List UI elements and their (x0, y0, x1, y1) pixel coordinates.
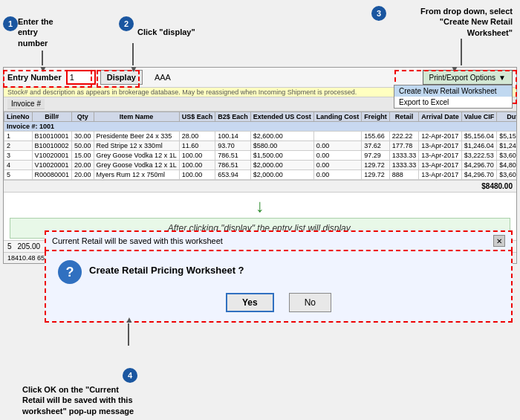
col-b2-each: B2$ Each (215, 112, 251, 122)
top-bar: Entry Number Display AAA Print/Export Op… (4, 68, 516, 88)
table-row: 1 B10010001 30.00 Presidente Beer 24 x 3… (4, 132, 517, 141)
question-icon: ? (58, 260, 82, 284)
step3-arrow (461, 39, 462, 65)
table-row: 2 B10010002 50.00 Red Stripe 12 x 330ml … (4, 141, 517, 151)
chevron-down-icon: ▼ (498, 74, 506, 82)
col-freight: Freight (362, 112, 390, 122)
step1-arrow-head: ▼ (39, 64, 48, 74)
step3-circle: 3 (371, 6, 386, 21)
total-row: $8480.00 (4, 181, 516, 193)
saved-popup: Current Retail will be saved with this w… (45, 230, 513, 251)
print-btn-area: Print/Export Options ▼ Create New Retail… (423, 70, 513, 85)
dialog-box: ? Create Retail Pricing Worksheet ? Yes … (45, 251, 513, 323)
col-landing: Landing Cost (313, 112, 362, 122)
total-value: $8480.00 (481, 182, 513, 190)
invoice-header-row: Invoice #: 1001 (4, 122, 517, 132)
popup-close-button[interactable]: ✕ (493, 235, 505, 247)
col-lineno: LineNo (4, 112, 33, 122)
step4-arrow-head: ▲ (125, 314, 134, 325)
print-dropdown: Create New Retail Worksheet Export to Ex… (394, 85, 513, 109)
entry-input[interactable] (66, 70, 96, 85)
yes-button[interactable]: Yes (226, 293, 274, 312)
dialog-content: ? Create Retail Pricing Worksheet ? (58, 260, 499, 284)
print-label: Print/Export Options (429, 74, 495, 82)
bottom-value: 205.00 (18, 242, 41, 251)
step4-circle: 4 (123, 368, 137, 383)
step4-arrow (128, 323, 129, 346)
col-duty: Duty (497, 112, 516, 122)
table-row: 4 V10020001 20.00 Grey Goose Vodka 12 x … (4, 161, 517, 170)
dropdown-item-export[interactable]: Export to Excel (394, 97, 512, 108)
print-export-button[interactable]: Print/Export Options ▼ (423, 70, 513, 85)
col-us-each: US$ Each (179, 112, 215, 122)
step3-annotation: From drop down, select "Create New Retai… (388, 6, 513, 38)
step2-arrow-head: ▼ (129, 64, 138, 74)
step1-circle: 1 (3, 16, 18, 31)
saved-popup-text: Current Retail will be saved with this w… (52, 236, 223, 245)
dropdown-item-create[interactable]: Create New Retail Worksheet (394, 85, 512, 97)
green-down-arrow: ↓ (4, 197, 516, 215)
step1-annotation: Enter the entry number (18, 16, 77, 48)
step2-circle: 2 (119, 16, 134, 31)
dialog-buttons: Yes No (58, 293, 499, 312)
modal-overlay: Current Retail will be saved with this w… (45, 230, 513, 323)
aaa-label: AAA (155, 73, 171, 82)
invoice-tab[interactable]: Invoice # (7, 99, 45, 109)
step1-arrow (42, 51, 43, 65)
step2-arrow (132, 43, 134, 65)
col-retail: Retail (389, 112, 419, 122)
dialog-title: Create Retail Pricing Worksheet ? (89, 260, 244, 276)
page-number: 5 (7, 242, 12, 251)
table-row: 5 R00080001 20.00 Myers Rum 12 x 750ml 1… (4, 170, 517, 180)
table-row: 3 V10020001 15.00 Grey Goose Vodka 12 x … (4, 151, 517, 161)
entry-label: Entry Number (7, 73, 62, 82)
col-arrival: Arrival Date (419, 112, 462, 122)
step2-annotation: Click "display" (137, 27, 195, 37)
arrow-section: ↓ (4, 193, 516, 216)
col-value-cif: Value CIF (461, 112, 497, 122)
col-qty: Qty (72, 112, 94, 122)
col-ext-us: Extended US Cost (250, 112, 313, 122)
invoice-header-cell: Invoice #: 1001 (4, 122, 517, 132)
col-item: Item Name (94, 112, 179, 122)
step4-annotation: Click OK on the "Current Retail will be … (22, 384, 141, 416)
data-table-wrap: LineNo Bill# Qty Item Name US$ Each B2$ … (4, 112, 516, 181)
col-bill: Bill# (32, 112, 72, 122)
data-table: LineNo Bill# Qty Item Name US$ Each B2$ … (4, 112, 516, 180)
no-button[interactable]: No (289, 293, 331, 312)
step3-arrow-head: ▼ (450, 64, 459, 74)
